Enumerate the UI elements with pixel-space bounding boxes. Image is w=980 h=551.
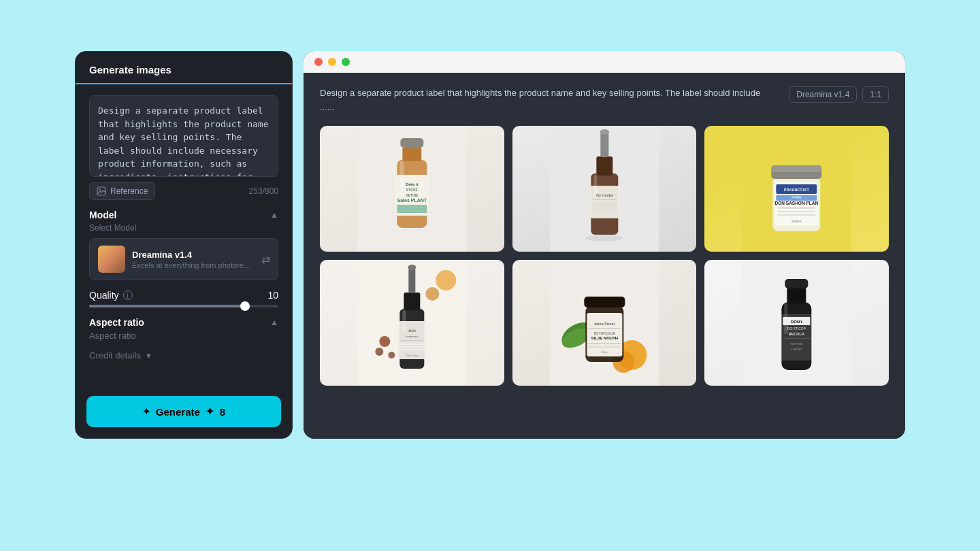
svg-rect-5 [400,138,423,148]
images-grid: Deko it STORE SETINE Sales PLANT [320,126,889,386]
image-card-1[interactable]: Deko it STORE SETINE Sales PLANT [320,126,504,252]
svg-text:biese Prourt: biese Prourt [594,322,615,326]
right-panel: Design a separate product label that hig… [304,51,905,439]
svg-point-42 [425,287,439,301]
quality-section: Quality i 10 [89,290,278,307]
browser-bar [304,51,905,73]
app-container: Generate images Design a separate produc… [75,51,905,500]
traffic-light-green[interactable] [342,58,350,66]
reference-icon [97,186,106,196]
panel-title: Generate images [89,64,172,76]
product-image-5: biese Prourt BOYSFCOLUR SILJE NOUTH Miem [512,260,697,386]
aspect-ratio-section-header[interactable]: Aspect ratio ▲ [89,317,278,328]
quality-info-icon[interactable]: i [123,290,133,300]
prompt-footer: Reference 253/800 [89,182,278,200]
model-card[interactable]: Dreamina v1.4 Excels at everything from … [89,238,278,280]
svg-rect-4 [402,146,421,161]
model-name: Dreamina v1.4 [132,250,255,260]
model-settings-icon[interactable]: ⇄ [261,253,270,266]
left-panel: Generate images Design a separate produc… [75,51,293,439]
image-card-6[interactable]: DON't DO·STICOP RECOLA FOR USE TUR 001 [704,260,889,386]
svg-point-18 [600,129,609,135]
generate-label: Generate [156,406,200,418]
svg-rect-17 [600,133,608,157]
svg-rect-71 [588,343,621,344]
svg-rect-24 [592,209,617,210]
aspect-chevron-up-icon: ▲ [270,318,278,327]
prompt-display-text: Design a separate product label that hig… [320,86,775,115]
image-card-4[interactable]: Joie botanicals Flattulodys [320,260,504,386]
credit-details-chevron: ▼ [145,352,152,360]
svg-rect-50 [400,340,423,341]
svg-rect-12 [399,161,404,188]
svg-text:Miem: Miem [601,350,608,354]
credit-details-row[interactable]: Credit details ▼ [89,350,278,361]
reference-button[interactable]: Reference [89,182,155,200]
model-section: Model ▲ Select Model Dreamina v1.4 Excel… [89,210,278,280]
svg-rect-37 [778,211,816,212]
image-card-2[interactable]: thy roodes [512,126,697,252]
svg-text:PRIME: PRIME [792,196,802,199]
svg-rect-22 [592,203,617,205]
svg-rect-77 [785,279,808,288]
traffic-light-yellow[interactable] [328,58,336,66]
svg-text:DON't: DON't [791,320,802,324]
svg-rect-38 [778,214,816,216]
svg-rect-21 [592,199,617,200]
aspect-ratio-section: Aspect ratio ▲ Aspect ratio [89,317,278,341]
model-section-header[interactable]: Model ▲ [89,210,278,220]
svg-rect-29 [772,165,822,172]
svg-rect-83 [783,338,811,339]
svg-rect-86 [785,303,788,334]
svg-text:Sales PLANT: Sales PLANT [397,198,427,203]
svg-rect-51 [400,344,423,345]
model-tag[interactable]: Dreamina v1.4 [789,86,857,103]
svg-point-56 [375,348,383,356]
svg-rect-76 [787,287,806,303]
svg-rect-68 [588,328,621,329]
svg-text:BOYSFCOLUR: BOYSFCOLUR [593,332,615,335]
prompt-tags: Dreamina v1.4 1:1 [789,86,889,103]
svg-point-46 [408,265,416,270]
generate-button[interactable]: ✦ Generate ✦ 8 [86,396,281,427]
svg-point-57 [388,352,395,358]
quality-label: Quality i [89,290,133,301]
generate-star-icon: ✦ [142,406,150,417]
credit-details-text: Credit details [89,350,141,361]
panel-header: Generate images [76,52,292,84]
quality-slider-fill [89,305,250,307]
svg-rect-44 [404,293,420,310]
svg-text:SETINE: SETINE [406,193,419,197]
svg-point-1 [99,188,100,190]
image-card-5[interactable]: biese Prourt BOYSFCOLUR SILJE NOUTH Miem [512,260,697,386]
svg-text:PRAUNCT1ST: PRAUNCT1ST [784,188,810,192]
prompt-section: Design a separate product label that hig… [89,95,278,200]
model-section-title: Model [89,210,116,220]
svg-rect-65 [584,297,625,307]
svg-text:DON SASHON PLAN: DON SASHON PLAN [775,201,819,205]
svg-text:SERIES: SERIES [791,220,802,223]
prompt-textarea[interactable]: Design a separate product label that hig… [89,95,278,177]
svg-point-14 [585,235,623,241]
svg-text:Flattulodys: Flattulodys [406,354,419,357]
svg-rect-36 [778,207,816,209]
product-image-1: Deko it STORE SETINE Sales PLANT [320,126,504,252]
quality-slider-track[interactable] [89,305,278,307]
quality-slider-thumb [240,301,250,311]
svg-text:SILJE NOUTH: SILJE NOUTH [591,336,618,340]
model-thumbnail [98,246,125,273]
generate-star-icon-2: ✦ [206,405,214,418]
svg-point-41 [436,270,456,290]
svg-text:thy roodes: thy roodes [595,193,613,197]
aspect-ratio-title: Aspect ratio [89,317,144,328]
ratio-tag[interactable]: 1:1 [862,86,889,103]
aspect-ratio-label: Aspect ratio [89,331,278,341]
image-card-3[interactable]: PRAUNCT1ST PRIME DON SASHON PLAN SERIES [704,126,889,252]
svg-text:RECOLA: RECOLA [789,332,804,336]
traffic-light-red[interactable] [314,58,323,66]
panel-body: Design a separate product label that hig… [76,84,292,396]
product-image-3: PRAUNCT1ST PRIME DON SASHON PLAN SERIES [704,126,889,252]
reference-label: Reference [110,186,148,196]
model-info: Dreamina v1.4 Excels at everything from … [132,250,255,269]
product-image-2: thy roodes [512,126,697,252]
